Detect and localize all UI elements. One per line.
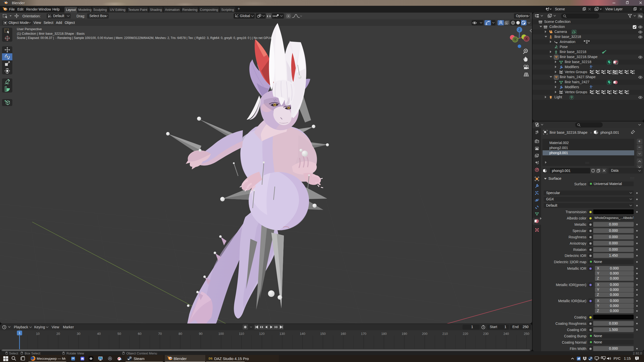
svg-text:3: 3 [617, 62, 618, 65]
svg-text:DS: DS [209, 357, 212, 360]
svg-text:c: c [592, 65, 593, 67]
svg-text:X: X [525, 37, 528, 41]
svg-text:c: c [592, 85, 593, 87]
svg-text:Z: Z [518, 28, 520, 32]
svg-text:Y: Y [514, 38, 516, 41]
